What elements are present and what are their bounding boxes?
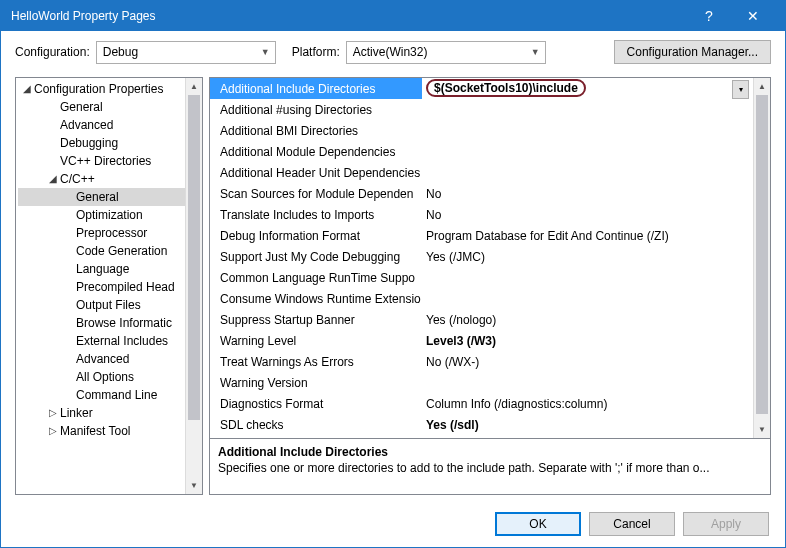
- property-value[interactable]: [422, 120, 753, 141]
- property-value[interactable]: No (/WX-): [422, 351, 753, 372]
- caret-icon[interactable]: ▷: [48, 404, 58, 422]
- ok-button[interactable]: OK: [495, 512, 581, 536]
- property-row[interactable]: Debug Information FormatProgram Database…: [210, 225, 753, 246]
- property-row[interactable]: Support Just My Code DebuggingYes (/JMC): [210, 246, 753, 267]
- property-row[interactable]: Additional Include Directories$(SocketTo…: [210, 78, 753, 99]
- tree-node[interactable]: ▶Debugging: [18, 134, 185, 152]
- description-panel: Additional Include Directories Specifies…: [209, 439, 771, 495]
- tree-scrollbar[interactable]: ▲ ▼: [185, 78, 202, 494]
- tree-label: C/C++: [58, 170, 95, 188]
- property-value[interactable]: Level3 (/W3): [422, 330, 753, 351]
- property-value[interactable]: Yes (/JMC): [422, 246, 753, 267]
- property-name: Suppress Startup Banner: [210, 309, 422, 330]
- tree-node[interactable]: ▷Manifest Tool: [18, 422, 185, 440]
- property-value[interactable]: Column Info (/diagnostics:column): [422, 393, 753, 414]
- tree-node[interactable]: ▷Linker: [18, 404, 185, 422]
- property-row[interactable]: Consume Windows Runtime Extensio: [210, 288, 753, 309]
- property-value[interactable]: $(SocketTools10)\include▾: [422, 78, 753, 99]
- property-name: Treat Warnings As Errors: [210, 351, 422, 372]
- scroll-up-icon[interactable]: ▲: [754, 78, 770, 95]
- scroll-down-icon[interactable]: ▼: [754, 421, 770, 438]
- tree-node[interactable]: ▶Browse Informatic: [18, 314, 185, 332]
- property-value[interactable]: Yes (/nologo): [422, 309, 753, 330]
- tree-node[interactable]: ▶Output Files: [18, 296, 185, 314]
- caret-spacer: ▶: [64, 206, 74, 224]
- caret-spacer: ▶: [64, 296, 74, 314]
- caret-spacer: ▶: [64, 260, 74, 278]
- tree-label: Debugging: [58, 134, 118, 152]
- tree-node[interactable]: ▶General: [18, 98, 185, 116]
- property-row[interactable]: Translate Includes to ImportsNo: [210, 204, 753, 225]
- property-name: Additional Include Directories: [210, 78, 422, 99]
- scroll-down-icon[interactable]: ▼: [186, 477, 202, 494]
- tree-node[interactable]: ◢Configuration Properties: [18, 80, 185, 98]
- grid-scrollbar[interactable]: ▲ ▼: [753, 78, 770, 438]
- property-value[interactable]: No: [422, 183, 753, 204]
- property-row[interactable]: Scan Sources for Module DependenNo: [210, 183, 753, 204]
- configuration-manager-button[interactable]: Configuration Manager...: [614, 40, 771, 64]
- property-row[interactable]: Warning Version: [210, 372, 753, 393]
- property-row[interactable]: Suppress Startup BannerYes (/nologo): [210, 309, 753, 330]
- tree-node[interactable]: ▶Precompiled Head: [18, 278, 185, 296]
- property-value[interactable]: [422, 99, 753, 120]
- property-name: Support Just My Code Debugging: [210, 246, 422, 267]
- property-row[interactable]: Additional BMI Directories: [210, 120, 753, 141]
- tree-node[interactable]: ▶Advanced: [18, 350, 185, 368]
- tree-node[interactable]: ▶Language: [18, 260, 185, 278]
- property-value[interactable]: [422, 288, 753, 309]
- tree-label: Code Generation: [74, 242, 167, 260]
- tree-node[interactable]: ▶All Options: [18, 368, 185, 386]
- property-grid[interactable]: Additional Include Directories$(SocketTo…: [210, 78, 753, 438]
- caret-icon[interactable]: ◢: [22, 80, 32, 98]
- tree-node[interactable]: ▶Preprocessor: [18, 224, 185, 242]
- platform-combo[interactable]: Active(Win32) ▼: [346, 41, 546, 64]
- caret-spacer: ▶: [48, 134, 58, 152]
- configuration-combo[interactable]: Debug ▼: [96, 41, 276, 64]
- tree[interactable]: ◢Configuration Properties▶General▶Advanc…: [16, 78, 185, 494]
- cancel-button[interactable]: Cancel: [589, 512, 675, 536]
- tree-node[interactable]: ▶Optimization: [18, 206, 185, 224]
- property-value[interactable]: [422, 372, 753, 393]
- scroll-up-icon[interactable]: ▲: [186, 78, 202, 95]
- tree-label: Configuration Properties: [32, 80, 163, 98]
- tree-node[interactable]: ▶Code Generation: [18, 242, 185, 260]
- property-row[interactable]: Treat Warnings As ErrorsNo (/WX-): [210, 351, 753, 372]
- property-name: Additional Header Unit Dependencies: [210, 162, 422, 183]
- property-value[interactable]: [422, 267, 753, 288]
- dropdown-button[interactable]: ▾: [732, 80, 749, 99]
- property-name: Scan Sources for Module Dependen: [210, 183, 422, 204]
- window-title: HelloWorld Property Pages: [11, 9, 687, 23]
- caret-spacer: ▶: [64, 242, 74, 260]
- property-row[interactable]: SDL checksYes (/sdl): [210, 414, 753, 435]
- caret-icon[interactable]: ▷: [48, 422, 58, 440]
- property-row[interactable]: Additional Module Dependencies: [210, 141, 753, 162]
- tree-node[interactable]: ▶External Includes: [18, 332, 185, 350]
- property-grid-wrap: Additional Include Directories$(SocketTo…: [209, 77, 771, 439]
- property-row[interactable]: Diagnostics FormatColumn Info (/diagnost…: [210, 393, 753, 414]
- tree-node[interactable]: ▶Command Line: [18, 386, 185, 404]
- property-value[interactable]: Program Database for Edit And Continue (…: [422, 225, 753, 246]
- configuration-label: Configuration:: [15, 45, 90, 59]
- caret-spacer: ▶: [64, 224, 74, 242]
- help-icon[interactable]: ?: [687, 8, 731, 24]
- property-name: Debug Information Format: [210, 225, 422, 246]
- property-name: Warning Version: [210, 372, 422, 393]
- tree-node[interactable]: ▶Advanced: [18, 116, 185, 134]
- property-row[interactable]: Common Language RunTime Suppo: [210, 267, 753, 288]
- property-value[interactable]: No: [422, 204, 753, 225]
- property-row[interactable]: Additional #using Directories: [210, 99, 753, 120]
- apply-button[interactable]: Apply: [683, 512, 769, 536]
- property-row[interactable]: Warning LevelLevel3 (/W3): [210, 330, 753, 351]
- caret-icon[interactable]: ◢: [48, 170, 58, 188]
- tree-node[interactable]: ▶VC++ Directories: [18, 152, 185, 170]
- property-row[interactable]: Additional Header Unit Dependencies: [210, 162, 753, 183]
- property-name: Common Language RunTime Suppo: [210, 267, 422, 288]
- caret-spacer: ▶: [64, 278, 74, 296]
- tree-node[interactable]: ◢C/C++: [18, 170, 185, 188]
- highlighted-value: $(SocketTools10)\include: [426, 79, 586, 97]
- tree-node[interactable]: ▶General: [18, 188, 185, 206]
- property-value[interactable]: [422, 141, 753, 162]
- property-value[interactable]: [422, 162, 753, 183]
- close-icon[interactable]: ✕: [731, 8, 775, 24]
- property-value[interactable]: Yes (/sdl): [422, 414, 753, 435]
